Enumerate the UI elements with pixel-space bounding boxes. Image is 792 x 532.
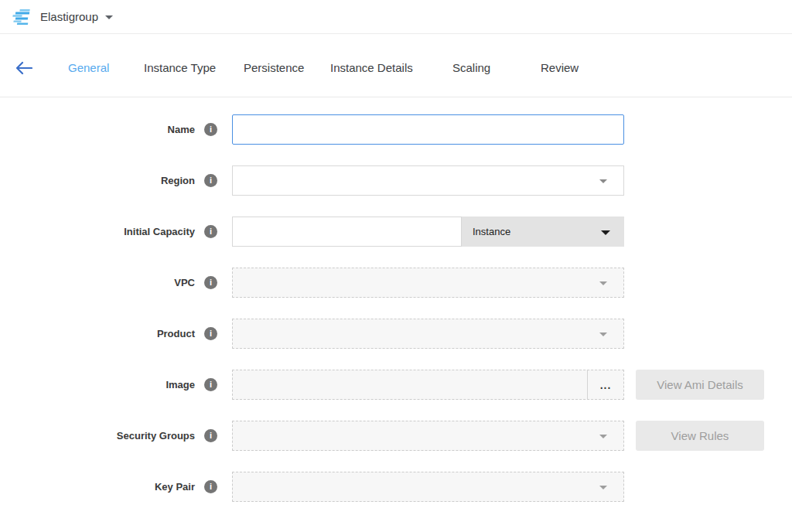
general-settings-form: Name i Region i Initial Capacity i Insta… <box>0 97 792 502</box>
elastigroup-logo-icon <box>11 8 34 26</box>
tab-instance-details[interactable]: Instance Details <box>330 61 413 74</box>
product-caret-icon <box>599 332 607 336</box>
security-groups-caret-icon <box>599 435 607 438</box>
security-groups-label: Security Groups <box>0 430 195 442</box>
tab-scaling[interactable]: Scaling <box>452 61 490 74</box>
product-select <box>232 319 624 349</box>
vpc-row: VPC i <box>0 268 792 298</box>
security-groups-row: Security Groups i View Rules <box>0 421 792 451</box>
product-row: Product i <box>0 319 792 349</box>
app-switcher-label[interactable]: Elastigroup <box>40 10 98 23</box>
capacity-unit-select[interactable]: Instance <box>462 217 624 247</box>
view-ami-details-button[interactable]: View Ami Details <box>636 370 764 400</box>
region-info-icon[interactable]: i <box>204 174 217 187</box>
image-row: Image i ... View Ami Details <box>0 370 792 400</box>
key-pair-select <box>232 472 624 502</box>
image-input: ... <box>232 370 624 400</box>
name-label: Name <box>0 124 195 135</box>
product-label: Product <box>0 328 195 339</box>
vpc-select <box>232 268 624 298</box>
region-select[interactable] <box>232 165 624 196</box>
wizard-tab-bar: General Instance Type Persistence Instan… <box>0 34 792 97</box>
vpc-info-icon[interactable]: i <box>204 276 217 289</box>
security-groups-select <box>232 421 624 451</box>
back-arrow-icon[interactable] <box>15 61 32 75</box>
key-pair-row: Key Pair i <box>0 472 792 502</box>
initial-capacity-row: Initial Capacity i Instance <box>0 217 792 247</box>
capacity-unit-caret-icon <box>601 230 610 235</box>
tab-instance-type[interactable]: Instance Type <box>144 61 216 74</box>
security-groups-info-icon[interactable]: i <box>204 429 217 442</box>
image-label: Image <box>0 379 195 390</box>
vpc-caret-icon <box>599 281 607 285</box>
key-pair-info-icon[interactable]: i <box>204 480 217 493</box>
name-row: Name i <box>0 114 792 145</box>
name-info-icon[interactable]: i <box>204 123 217 136</box>
region-caret-icon <box>599 179 607 183</box>
app-switcher-caret-icon[interactable] <box>105 15 113 19</box>
key-pair-caret-icon <box>599 486 607 489</box>
vpc-label: VPC <box>0 277 195 288</box>
tab-review[interactable]: Review <box>541 61 579 74</box>
tab-persistence[interactable]: Persistence <box>244 61 304 74</box>
image-info-icon[interactable]: i <box>204 378 217 391</box>
key-pair-label: Key Pair <box>0 481 195 493</box>
name-input[interactable] <box>232 114 624 145</box>
initial-capacity-label: Initial Capacity <box>0 226 195 237</box>
region-row: Region i <box>0 165 792 196</box>
top-bar: Elastigroup <box>0 0 792 34</box>
image-browse-button[interactable]: ... <box>587 370 623 399</box>
capacity-unit-selected-value: Instance <box>473 226 510 237</box>
region-label: Region <box>0 175 195 186</box>
initial-capacity-info-icon[interactable]: i <box>204 225 217 238</box>
view-rules-button[interactable]: View Rules <box>636 421 764 451</box>
product-info-icon[interactable]: i <box>204 327 217 340</box>
tab-general[interactable]: General <box>68 61 109 74</box>
initial-capacity-input[interactable] <box>232 217 462 247</box>
